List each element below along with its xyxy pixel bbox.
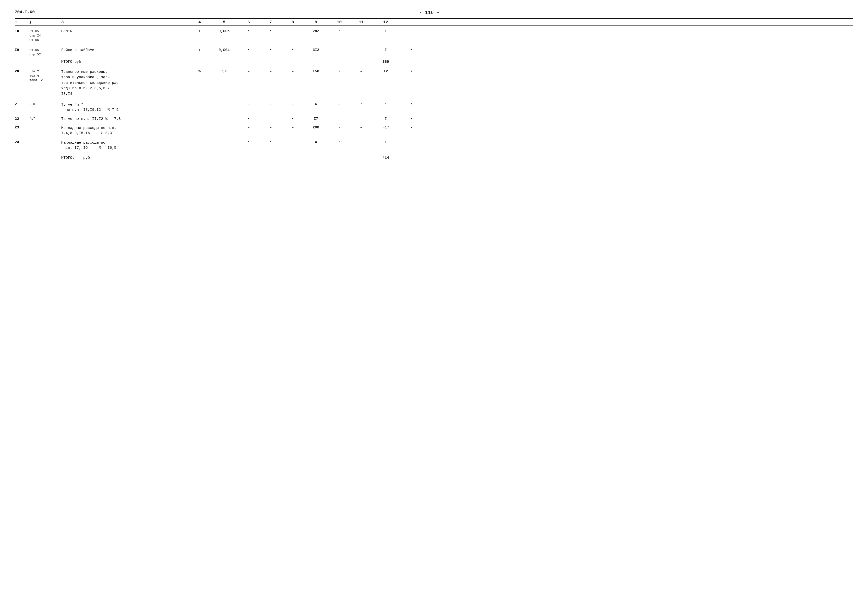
- row22-col7: –: [260, 117, 282, 121]
- row23-col1: 23: [15, 126, 29, 130]
- row24-col12: I: [372, 140, 399, 145]
- row20-col10: •: [328, 69, 350, 73]
- row22-col1: 22: [15, 117, 29, 121]
- col-header-10: 10: [328, 20, 350, 25]
- row24-col7: •: [260, 140, 282, 145]
- col-header-11: 11: [350, 20, 372, 25]
- row21-col6: –: [237, 102, 260, 106]
- row24-col9: 4: [304, 140, 328, 145]
- row18-col13: –: [399, 29, 424, 33]
- table-row: 20 цIч.Утех.ч.табл.I2 Транспортные расхо…: [15, 68, 853, 98]
- row23-col10: •: [328, 126, 350, 130]
- row21-col12: •: [372, 102, 399, 106]
- itogo-sub-row: ИТОГО руб 389: [15, 58, 853, 65]
- row21-col1: 2I: [15, 102, 29, 106]
- row20-col12: I2: [372, 69, 399, 73]
- row24-col3: Накладные расходы пс п.п. I7, IO % I6,5: [61, 140, 189, 151]
- row23-col6: –: [237, 126, 260, 130]
- row22-col6: •: [237, 117, 260, 121]
- row21-col2: «–»: [29, 102, 61, 106]
- row20-col9: I58: [304, 69, 328, 73]
- col-header-5: 5: [211, 20, 237, 25]
- col-header-7: 7: [260, 20, 282, 25]
- row24-col1: 24: [15, 140, 29, 145]
- row19-col2: 01-05стр.52: [29, 48, 61, 57]
- row19-col4: т: [189, 48, 211, 52]
- row23-col13: •: [399, 126, 424, 130]
- itogo-unit: руб: [83, 156, 90, 160]
- row18-col7: •: [260, 29, 282, 33]
- table-row: 18 01-05стр.I401-05 Болты т 0,005 • • – …: [15, 28, 853, 44]
- row18-col5: 0,005: [211, 29, 237, 33]
- row22-col9: I7: [304, 117, 328, 121]
- row19-col8: •: [282, 48, 304, 52]
- row18-col4: т: [189, 29, 211, 33]
- row24-col13: –: [399, 140, 424, 145]
- col-header-3: 3: [61, 20, 189, 25]
- row23-col3: Накладные расходы по п.п.I,4,8-9,I5,I6 %…: [61, 126, 189, 136]
- row21-col13: •: [399, 102, 424, 106]
- row19-col13: •: [399, 48, 424, 52]
- row19-col12: I: [372, 48, 399, 52]
- row22-col10: –: [328, 117, 350, 121]
- row18-col9: 282: [304, 29, 328, 33]
- row22-col8: •: [282, 117, 304, 121]
- row24-col6: •: [237, 140, 260, 145]
- row22-col2: "ь": [29, 117, 61, 121]
- row24-col11: –: [350, 140, 372, 145]
- row18-col11: –: [350, 29, 372, 33]
- row18-col1: 18: [15, 29, 29, 33]
- table-row: I9 01-05стр.52 Гайки с шайбами т 0,004 •…: [15, 47, 853, 58]
- final-itogo-label: ИТОГО: руб: [61, 156, 189, 160]
- row19-col5: 0,004: [211, 48, 237, 52]
- page-container: 704-I-60 - 116 - 1 2 3 4 5 6 7 8 9 10 11…: [15, 10, 853, 162]
- row24-col8: –: [282, 140, 304, 145]
- row21-col10: –: [328, 102, 350, 106]
- row19-col7: •: [260, 48, 282, 52]
- itogo-rub-value: 389: [372, 60, 399, 64]
- final-itogo-value: 414: [372, 156, 399, 160]
- row22-col11: –: [350, 117, 372, 121]
- itogo-label: ИТОГО:: [61, 156, 74, 160]
- row19-col1: I9: [15, 48, 29, 52]
- row23-col11: –: [350, 126, 372, 130]
- row20-col4: %: [189, 69, 211, 73]
- row18-col3: Болты: [61, 29, 189, 33]
- row19-col6: •: [237, 48, 260, 52]
- row22-col12: I: [372, 117, 399, 121]
- col-header-9: 9: [304, 20, 328, 25]
- itogo-ruб-label: ИТОГО руб: [61, 60, 189, 64]
- row24-col10: •: [328, 140, 350, 145]
- col-header-4: 4: [189, 20, 211, 25]
- row23-col8: –: [282, 126, 304, 130]
- table-row: 22 "ь" То же по п.п. II,I2 % 7,8 • – • I…: [15, 115, 853, 123]
- row21-col3: То же "п–" по п.п. I8,I9,I2 % 7,5: [61, 102, 189, 112]
- final-itogo-row: ИТОГО: руб 414 –: [15, 154, 853, 162]
- row22-col13: •: [399, 117, 424, 121]
- col-header-6: 6: [237, 20, 260, 25]
- row19-col3: Гайки с шайбами: [61, 48, 189, 52]
- row23-col12: ~17: [372, 126, 399, 130]
- col-header-8: 8: [282, 20, 304, 25]
- page-header: 704-I-60 - 116 -: [15, 10, 853, 16]
- row19-col11: –: [350, 48, 372, 52]
- row18-col8: –: [282, 29, 304, 33]
- final-itogo-col13: –: [399, 156, 424, 160]
- table-row: 2I «–» То же "п–" по п.п. I8,I9,I2 % 7,5…: [15, 101, 853, 114]
- row19-col10: –: [328, 48, 350, 52]
- row20-col3: Транспортные расходы,тара и упаковка , з…: [61, 69, 189, 97]
- row18-col6: •: [237, 29, 260, 33]
- col-header-1: 1: [15, 20, 29, 25]
- page-number: - 116 -: [419, 10, 440, 16]
- row21-col9: 6: [304, 102, 328, 106]
- row20-col7: –: [260, 69, 282, 73]
- row19-col9: 3I2: [304, 48, 328, 52]
- col-header-2: 2: [29, 21, 61, 25]
- row23-col7: –: [260, 126, 282, 130]
- col-header-12: 12: [372, 20, 399, 25]
- row18-col12: I: [372, 29, 399, 33]
- row18-col10: •: [328, 29, 350, 33]
- row20-col13: •: [399, 69, 424, 73]
- row20-col6: –: [237, 69, 260, 73]
- row20-col5: 7,6: [211, 69, 237, 73]
